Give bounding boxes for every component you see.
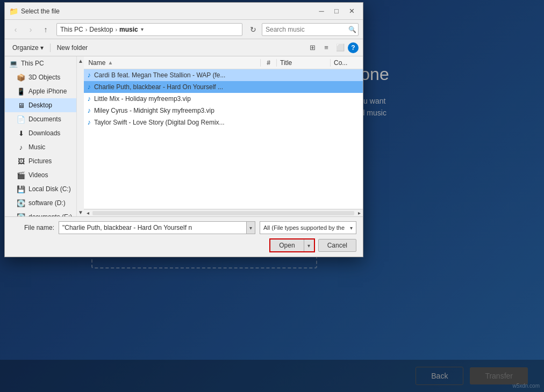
sidebar-container: 💻 This PC 📦 3D Objects 📱 Apple iPhone 🖥 … [5, 56, 84, 216]
up-nav-button[interactable]: ↑ [39, 23, 52, 36]
sidebar-item-label: Downloads [28, 129, 60, 137]
sidebar-item-this-pc[interactable]: 💻 This PC [5, 56, 76, 70]
filetype-select[interactable]: All (File types supported by the ▾ [260, 221, 356, 234]
filename-input[interactable] [59, 222, 246, 234]
view-pane-button[interactable]: ⬜ [334, 42, 347, 54]
desktop-icon: 🖥 [17, 101, 25, 110]
col-title-header[interactable]: Title [277, 59, 331, 67]
music-file-icon: ♪ [87, 95, 91, 103]
organize-button[interactable]: Organize ▾ [9, 41, 47, 54]
maximize-button[interactable]: □ [330, 6, 343, 17]
filetype-text: All (File types supported by the [263, 224, 350, 231]
file-name-cell: ♪ Cardi B feat. Megan Thee Stallion - WA… [84, 71, 261, 79]
filename-input-wrapper[interactable]: ▾ [59, 221, 255, 234]
col-comment-header[interactable]: Co... [331, 59, 363, 67]
file-dialog: 📁 Select the file ─ □ ✕ ‹ › ↑ This PC › … [4, 2, 363, 257]
file-name-cell: ♪ Charlie Puth, blackbear - Hard On Your… [84, 83, 261, 91]
sidebar-item-software-d[interactable]: 💽 software (D:) [5, 196, 76, 210]
file-name-cell: ♪ Miley Cyrus - Midnight Sky myfreemp3.v… [84, 106, 261, 114]
sidebar-item-label: Videos [28, 171, 48, 179]
filetype-arrow: ▾ [350, 225, 353, 231]
dialog-bottom: File name: ▾ All (File types supported b… [5, 216, 363, 257]
crumb-desktop[interactable]: Desktop [89, 26, 113, 33]
sidebar-item-videos[interactable]: 🎬 Videos [5, 168, 76, 182]
refresh-button[interactable]: ↻ [247, 23, 260, 36]
search-icon: 🔍 [348, 26, 356, 33]
hscroll-left-button[interactable]: ◂ [84, 209, 91, 217]
local-disk-c-icon: 💾 [17, 185, 25, 193]
sidebar: 💻 This PC 📦 3D Objects 📱 Apple iPhone 🖥 … [5, 56, 76, 216]
open-button-group: Open ▾ [269, 238, 314, 252]
filename-dropdown-button[interactable]: ▾ [246, 222, 255, 234]
file-area: Name ▲ # Title Co... ♪ Cardi B feat. Me [84, 56, 363, 216]
sidebar-item-downloads[interactable]: ⬇ Downloads [5, 126, 76, 140]
this-pc-icon: 💻 [9, 59, 18, 68]
new-folder-button[interactable]: New folder [54, 41, 91, 54]
sidebar-item-label: Apple iPhone [28, 88, 67, 95]
action-row: Open ▾ Cancel [11, 238, 356, 252]
open-dropdown-button[interactable]: ▾ [304, 239, 314, 251]
file-header: Name ▲ # Title Co... [84, 56, 363, 69]
col-num-header[interactable]: # [261, 59, 277, 67]
view-list-button[interactable]: ⊞ [306, 42, 319, 54]
hscroll-track[interactable] [92, 211, 354, 215]
close-button[interactable]: ✕ [345, 6, 359, 17]
search-box[interactable]: 🔍 [262, 23, 359, 36]
scroll-up-arrow[interactable]: ▲ [77, 56, 84, 65]
table-row[interactable]: ♪ Cardi B feat. Megan Thee Stallion - WA… [84, 69, 363, 81]
table-row[interactable]: ♪ Charlie Puth, blackbear - Hard On Your… [84, 81, 363, 93]
main-area: 💻 This PC 📦 3D Objects 📱 Apple iPhone 🖥 … [5, 56, 363, 216]
horizontal-scrollbar[interactable]: ◂ ▸ [84, 209, 363, 216]
actionbar: Organize ▾ New folder ⊞ ≡ ⬜ ? [5, 39, 363, 56]
table-row[interactable]: ♪ Little Mix - Holiday myfreemp3.vip [84, 93, 363, 105]
file-list: ♪ Cardi B feat. Megan Thee Stallion - WA… [84, 69, 363, 209]
forward-nav-button[interactable]: › [24, 23, 37, 36]
music-file-icon: ♪ [87, 118, 91, 126]
sidebar-item-3d-objects[interactable]: 📦 3D Objects [5, 70, 76, 84]
hscroll-right-button[interactable]: ▸ [355, 209, 363, 217]
address-bar[interactable]: This PC › Desktop › music ▾ [56, 23, 242, 36]
address-dropdown-button[interactable]: ▾ [138, 23, 147, 36]
sidebar-item-music[interactable]: ♪ Music [5, 140, 76, 154]
open-button[interactable]: Open [270, 239, 304, 251]
sidebar-item-desktop[interactable]: 🖥 Desktop [5, 98, 76, 112]
sidebar-item-apple-iphone[interactable]: 📱 Apple iPhone [5, 84, 76, 98]
videos-icon: 🎬 [17, 171, 25, 179]
cancel-button[interactable]: Cancel [318, 239, 356, 252]
file-name: Little Mix - Holiday myfreemp3.vip [94, 95, 191, 103]
music-file-icon: ♪ [87, 71, 91, 79]
back-nav-button[interactable]: ‹ [9, 23, 22, 36]
pictures-icon: 🖼 [17, 157, 25, 165]
titlebar: 📁 Select the file ─ □ ✕ [5, 3, 363, 20]
watermark: w5xdn.com [512, 383, 540, 389]
file-name: Charlie Puth, blackbear - Hard On Yourse… [94, 83, 223, 91]
dialog-icon: 📁 [9, 7, 18, 16]
crumb-music[interactable]: music [119, 26, 138, 33]
sidebar-item-pictures[interactable]: 🖼 Pictures [5, 154, 76, 168]
help-button[interactable]: ? [348, 42, 359, 53]
sidebar-item-documents-e[interactable]: 💽 documents (E:) [5, 210, 76, 216]
sidebar-item-local-disk-c[interactable]: 💾 Local Disk (C:) [5, 182, 76, 196]
downloads-icon: ⬇ [17, 129, 25, 137]
apple-iphone-icon: 📱 [17, 87, 25, 96]
scroll-down-arrow[interactable]: ▼ [77, 208, 84, 216]
search-input[interactable] [266, 26, 346, 33]
titlebar-controls: ─ □ ✕ [314, 6, 359, 17]
sidebar-item-label: Documents [28, 115, 61, 123]
sidebar-item-documents[interactable]: 📄 Documents [5, 112, 76, 126]
filename-label: File name: [11, 224, 54, 231]
table-row[interactable]: ♪ Taylor Swift - Love Story (Digital Dog… [84, 117, 363, 128]
documents-e-icon: 💽 [17, 213, 25, 216]
sidebar-item-label: This PC [21, 60, 44, 67]
crumb-this-pc[interactable]: This PC [60, 26, 83, 33]
table-row[interactable]: ♪ Miley Cyrus - Midnight Sky myfreemp3.v… [84, 105, 363, 117]
breadcrumb: This PC › Desktop › music [60, 26, 138, 33]
minimize-button[interactable]: ─ [314, 6, 328, 17]
dialog-title: Select the file [21, 8, 314, 15]
music-icon: ♪ [17, 143, 25, 151]
col-name-header[interactable]: Name ▲ [84, 59, 261, 67]
file-name-cell: ♪ Little Mix - Holiday myfreemp3.vip [84, 95, 261, 103]
view-details-button[interactable]: ≡ [320, 42, 333, 54]
sidebar-item-label: Music [28, 143, 45, 151]
sidebar-scrollbar[interactable]: ▲ ▼ [76, 56, 84, 216]
